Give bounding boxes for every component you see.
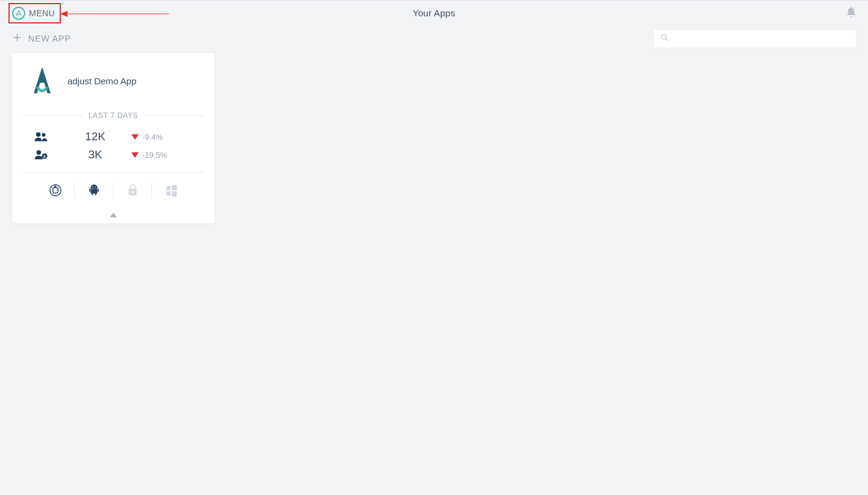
platform-android[interactable] <box>75 182 113 198</box>
search-input[interactable] <box>674 34 850 43</box>
search-box[interactable] <box>654 30 856 48</box>
menu-label: MENU <box>29 8 55 18</box>
annotation-arrow <box>60 13 169 15</box>
notifications-button[interactable] <box>845 6 857 20</box>
paying-users-icon: $ <box>23 149 59 161</box>
platform-windows-store[interactable] <box>113 182 152 198</box>
period-divider: LAST 7 DAYS <box>23 110 204 120</box>
period-label: LAST 7 DAYS <box>83 111 145 120</box>
down-triangle-icon <box>131 152 139 158</box>
paying-users-delta: -19.5% <box>131 151 204 160</box>
top-bar: MENU Your Apps <box>0 0 868 25</box>
svg-rect-7 <box>52 187 57 193</box>
svg-rect-10 <box>89 188 90 192</box>
svg-point-1 <box>36 132 41 137</box>
stat-row-users: 12K -9.4% <box>23 128 204 146</box>
toolbar: NEW APP <box>0 26 868 51</box>
platform-windows[interactable] <box>152 182 190 198</box>
svg-point-9 <box>95 186 95 187</box>
app-card[interactable]: adjust Demo App LAST 7 DAYS 12K -9.4% <box>12 53 215 223</box>
paying-users-delta-text: -19.5% <box>142 151 167 160</box>
platforms-row <box>12 173 215 208</box>
app-name: adjust Demo App <box>68 76 136 86</box>
svg-point-3 <box>37 151 42 155</box>
stat-row-paying-users: $ 3K -19.5% <box>23 146 204 164</box>
new-app-button[interactable]: NEW APP <box>12 33 71 45</box>
platform-ios[interactable] <box>36 182 75 198</box>
users-delta-text: -9.4% <box>142 132 163 142</box>
search-icon <box>660 33 669 45</box>
up-triangle-icon <box>110 213 117 217</box>
svg-point-0 <box>662 34 667 39</box>
app-card-header: adjust Demo App <box>12 53 215 105</box>
new-app-label: NEW APP <box>28 34 71 43</box>
users-icon <box>23 131 59 143</box>
app-logo <box>24 63 60 99</box>
page-title: Your Apps <box>413 8 456 18</box>
down-triangle-icon <box>131 134 139 140</box>
users-delta: -9.4% <box>131 132 204 142</box>
collapse-button[interactable] <box>12 208 215 223</box>
users-value: 12K <box>59 130 131 143</box>
svg-point-8 <box>92 186 92 187</box>
svg-point-2 <box>42 133 46 137</box>
stats-block: 12K -9.4% $ 3K -19.5% <box>12 125 215 172</box>
menu-button[interactable]: MENU <box>8 3 61 23</box>
adjust-logo-icon <box>12 7 25 20</box>
plus-icon <box>12 33 22 45</box>
svg-rect-11 <box>97 188 98 192</box>
paying-users-value: 3K <box>59 148 131 161</box>
